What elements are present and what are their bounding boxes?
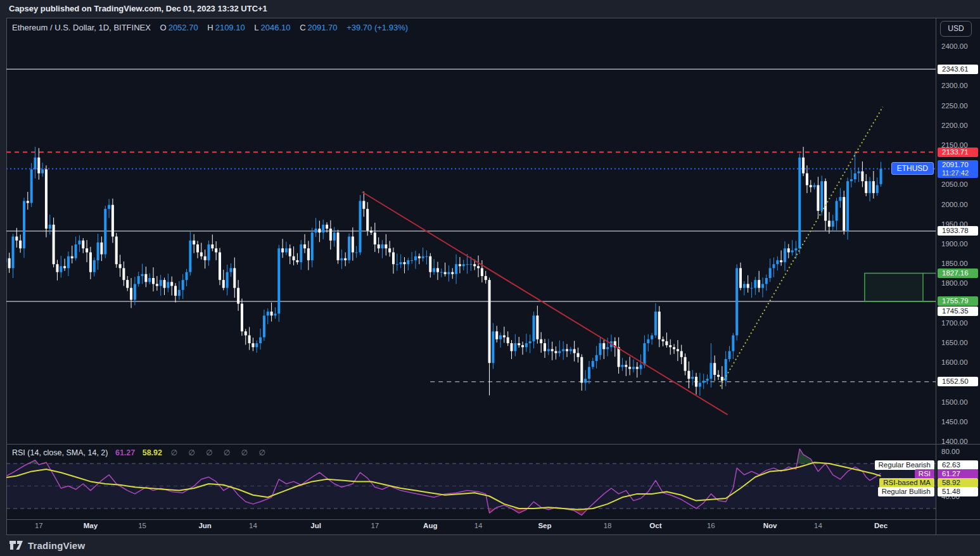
price-tick-2300: 2300.00 <box>941 82 968 89</box>
rsi-value: 61.27 <box>115 448 135 457</box>
price-label-1827.16: 1827.16 <box>938 269 978 278</box>
price-tick-1450: 1450.00 <box>941 418 968 426</box>
tradingview-logo-text[interactable]: TradingView <box>28 540 85 551</box>
price-tick-1800: 1800.00 <box>941 279 968 287</box>
rsi-tick-80: 80.00 <box>941 448 960 455</box>
publish-bar: Capsey published on TradingView.com, Dec… <box>0 0 980 18</box>
ohlc-open-value: 2052.70 <box>169 23 198 32</box>
currency-toggle-button[interactable]: USD <box>940 21 972 37</box>
price-tick-2000: 2000.00 <box>941 201 968 208</box>
time-label-14: 14 <box>249 522 257 529</box>
time-label-14: 14 <box>474 522 483 529</box>
price-label-2091.70: 2091.7011:27:42 <box>938 160 978 178</box>
price-axis[interactable]: 2400.002300.002250.002200.002150.002050.… <box>936 18 980 519</box>
price-tick-1600: 1600.00 <box>941 358 968 366</box>
rsi-indicator-header: RSI (14, close, SMA, 14, 2) 61.27 58.92 … <box>12 448 270 457</box>
time-label-Jul: Jul <box>310 522 321 529</box>
price-tick-2400: 2400.00 <box>941 42 968 50</box>
publish-text: Capsey published on TradingView.com, Dec… <box>9 4 267 13</box>
rsi-ma-value: 58.92 <box>143 448 162 457</box>
footer: TradingView <box>9 538 85 552</box>
rsi-value-label-regular-bearish: 62.63 <box>938 460 978 470</box>
tradingview-logo-icon <box>9 540 23 550</box>
ohlc-high-label: H <box>207 23 213 32</box>
rsi-value-label-rsi-based-ma: 58.92 <box>938 478 978 488</box>
hidden-args-icons: ∅ ∅ ∅ ∅ ∅ ∅ <box>170 448 269 457</box>
time-label-18: 18 <box>604 522 612 529</box>
change-value: +39.70 (+1.93%) <box>347 23 408 32</box>
rsi-value-label-rsi: 61.27 <box>938 469 978 479</box>
time-label-Oct: Oct <box>649 522 661 529</box>
symbol-header: Ethereum / U.S. Dollar, 1D, BITFINEX O20… <box>12 23 410 32</box>
time-label-14: 14 <box>814 522 822 529</box>
price-tick-1500: 1500.00 <box>941 398 968 406</box>
rsi-value-label-regular-bullish: 51.48 <box>938 487 978 496</box>
price-label-1933.78: 1933.78 <box>938 226 978 236</box>
time-label-Jun: Jun <box>198 522 211 529</box>
price-tick-1850: 1850.00 <box>941 260 968 267</box>
ohlc-close-value: 2091.70 <box>308 23 338 32</box>
price-tick-2050: 2050.00 <box>941 180 968 188</box>
pane-resize-handle[interactable] <box>6 444 980 445</box>
price-tick-1700: 1700.00 <box>941 319 968 327</box>
price-label-1745.35: 1745.35 <box>938 306 978 316</box>
time-label-Dec: Dec <box>874 522 888 529</box>
ohlc-close-label: C <box>300 23 305 32</box>
ohlc-high-value: 2109.10 <box>215 23 245 32</box>
time-label-Nov: Nov <box>763 522 777 529</box>
symbol-title[interactable]: Ethereum / U.S. Dollar, 1D, BITFINEX <box>12 23 151 32</box>
time-label-17: 17 <box>35 522 43 529</box>
rsi-indicator-title[interactable]: RSI (14, close, SMA, 14, 2) <box>12 448 108 457</box>
price-tick-1400: 1400.00 <box>941 438 968 445</box>
price-label-1755.79: 1755.79 <box>938 296 978 306</box>
time-label-Aug: Aug <box>423 522 437 529</box>
price-tick-2250: 2250.00 <box>941 102 968 110</box>
time-axis[interactable]: 17May15Jun14Jul17Aug14Sep18Oct16Nov14Dec <box>6 520 936 534</box>
price-tick-2200: 2200.00 <box>941 122 968 129</box>
time-label-15: 15 <box>138 522 146 529</box>
ohlc-open-label: O <box>160 23 167 32</box>
time-label-16: 16 <box>707 522 715 529</box>
price-chart-canvas[interactable] <box>6 18 936 445</box>
price-tick-1900: 1900.00 <box>941 240 968 248</box>
time-label-May: May <box>84 522 98 529</box>
price-label-2343.61: 2343.61 <box>938 65 978 74</box>
time-label-Sep: Sep <box>538 522 551 529</box>
price-tick-1650: 1650.00 <box>941 339 968 346</box>
ohlc-low-value: 2046.10 <box>261 23 291 32</box>
price-label-1552.50: 1552.50 <box>938 377 978 386</box>
price-label-2133.71: 2133.71 <box>938 148 978 157</box>
ohlc-low-label: L <box>254 23 258 32</box>
time-label-17: 17 <box>371 522 379 529</box>
